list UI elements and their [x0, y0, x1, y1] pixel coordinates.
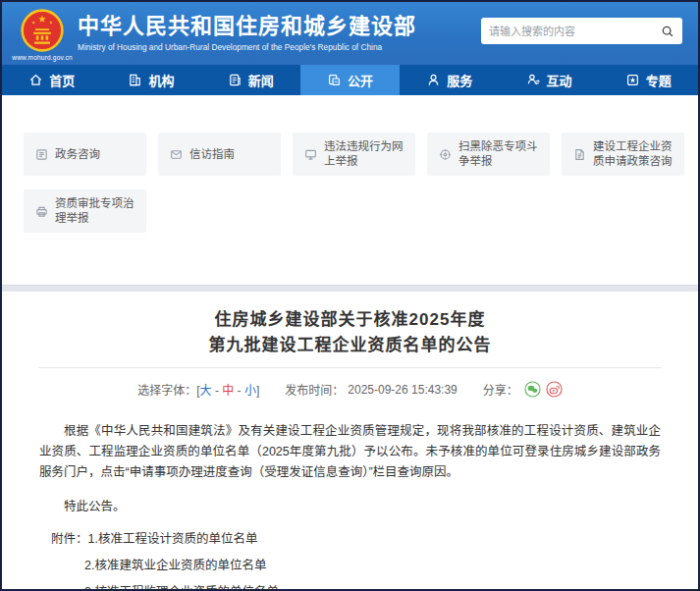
nav-item-label: 专题 [646, 71, 672, 89]
quicklink-gov-consult[interactable]: 政务咨询 [24, 133, 146, 176]
attachment-link-3[interactable]: 3.核准工程监理企业资质的单位名单 [84, 585, 279, 591]
quicklink-online-report[interactable]: 违法违规行为网上举报 [293, 133, 415, 176]
share-label: 分享： [483, 381, 518, 398]
quicklink-label: 信访指南 [189, 147, 235, 162]
quick-links-row-1: 政务咨询 信访指南 违法违规行为网上举报 扫黑除恶专项斗争举报 [24, 133, 698, 176]
site-title: 中华人民共和国住房和城乡建设部 [78, 15, 416, 38]
browser-page: www.mohurd.gov.cn 中华人民共和国住房和城乡建设部 Minist… [0, 0, 700, 591]
nav-item-home[interactable]: 首页 [2, 65, 101, 95]
nav-item-news[interactable]: 新闻 [201, 65, 300, 95]
nav-item-orgs[interactable]: 机构 [101, 65, 200, 95]
home-icon [28, 73, 43, 87]
page-title: 住房城乡建设部关于核准2025年度 第九批建设工程企业资质名单的公告 [2, 307, 698, 358]
site-header: www.mohurd.gov.cn 中华人民共和国住房和城乡建设部 Minist… [2, 2, 698, 65]
share-icons [524, 381, 563, 398]
section-divider [2, 285, 698, 292]
news-icon [228, 73, 242, 87]
printer-icon [35, 205, 49, 218]
attachment-row-3: 3.核准工程监理企业资质的单位名单 [2, 579, 698, 591]
nav-item-label: 互动 [547, 71, 572, 89]
site-subtitle: Ministry of Housing and Urban-Rural Deve… [78, 42, 416, 52]
topics-icon [625, 73, 640, 87]
nav-item-topics[interactable]: 专题 [599, 65, 698, 95]
nav-item-label: 首页 [49, 71, 75, 89]
nav-item-disclosure[interactable]: 公开 [300, 65, 400, 95]
font-size-medium-button[interactable]: 中 [222, 384, 234, 398]
monitor-icon [304, 148, 318, 161]
quicklink-label: 建设工程企业资质申请政策咨询 [593, 139, 676, 169]
attachment-link-2[interactable]: 2.核准建筑业企业资质的单位名单 [84, 559, 266, 572]
site-title-block: 中华人民共和国住房和城乡建设部 Ministry of Housing and … [78, 15, 416, 52]
nav-item-label: 新闻 [248, 71, 274, 89]
document-icon [573, 148, 587, 161]
nav-item-label: 公开 [348, 71, 373, 89]
site-logo[interactable]: www.mohurd.gov.cn [15, 8, 70, 61]
title-divider [38, 367, 662, 368]
font-size-large-button[interactable]: 大 [200, 384, 212, 398]
nav-item-services[interactable]: 服务 [400, 65, 499, 95]
attachment-row-1: 附件：1.核准工程设计资质的单位名单 [2, 526, 698, 553]
search-input[interactable] [489, 26, 661, 37]
target-icon [439, 148, 453, 161]
quicklink-anticrime-report[interactable]: 扫黑除恶专项斗争举报 [427, 133, 550, 176]
quicklink-label: 政务咨询 [55, 147, 100, 162]
envelope-icon [170, 148, 184, 161]
weibo-share-icon[interactable] [546, 381, 563, 398]
page-title-line1: 住房城乡建设部关于核准2025年度 [2, 307, 698, 333]
quick-links-section: 政务咨询 信访指南 违法违规行为网上举报 扫黑除恶专项斗争举报 [2, 95, 698, 285]
page-title-line2: 第九批建设工程企业资质名单的公告 [2, 333, 698, 358]
disclosure-icon [327, 73, 342, 87]
attachment-row-2: 2.核准建筑业企业资质的单位名单 [2, 553, 698, 579]
nav-item-label: 服务 [447, 71, 472, 89]
quicklink-approval-report[interactable]: 资质审批专项治理举报 [24, 189, 146, 233]
article-body-paragraph: 根据《中华人民共和国建筑法》及有关建设工程企业资质管理规定，现将我部核准的工程设… [39, 421, 661, 483]
search-box [481, 18, 682, 44]
wechat-share-icon[interactable] [524, 381, 541, 398]
building-icon [128, 73, 142, 87]
quicklink-label: 扫黑除恶专项斗争举报 [458, 139, 542, 169]
quick-links-row-2: 资质审批专项治理举报 [24, 189, 698, 233]
site-url: www.mohurd.gov.cn [12, 54, 72, 61]
publish-time: 2025-09-26 15:43:39 [348, 383, 457, 397]
main-nav: 首页 机构 新闻 公开 服务 [2, 65, 698, 95]
national-emblem-icon [20, 8, 65, 53]
nav-item-label: 机构 [148, 71, 174, 89]
quicklink-label: 违法违规行为网上举报 [324, 139, 407, 169]
attachments-list: 附件：1.核准工程设计资质的单位名单 2.核准建筑业企业资质的单位名单 3.核准… [2, 526, 698, 591]
font-size-small-button[interactable]: 小 [244, 384, 256, 398]
quicklink-qualification-policy[interactable]: 建设工程企业资质申请政策咨询 [562, 133, 684, 176]
attachments-label: 附件： [51, 532, 88, 546]
interaction-icon [526, 73, 541, 87]
font-size-label: 选择字体：[大 - 中 - 小] [137, 381, 259, 398]
service-icon [426, 73, 441, 87]
nav-item-interaction[interactable]: 互动 [499, 65, 598, 95]
form-icon [35, 148, 49, 161]
article-meta: 选择字体：[大 - 中 - 小] 发布时间： 2025-09-26 15:43:… [2, 381, 698, 398]
search-icon[interactable] [661, 25, 674, 38]
quicklink-label: 资质审批专项治理举报 [55, 196, 138, 226]
article: 住房城乡建设部关于核准2025年度 第九批建设工程企业资质名单的公告 选择字体：… [2, 292, 698, 591]
article-closing: 特此公告。 [39, 496, 661, 514]
quicklink-petition-guide[interactable]: 信访指南 [158, 133, 281, 176]
publish-time-label: 发布时间： [285, 381, 344, 398]
attachment-link-1[interactable]: 1.核准工程设计资质的单位名单 [88, 532, 258, 546]
